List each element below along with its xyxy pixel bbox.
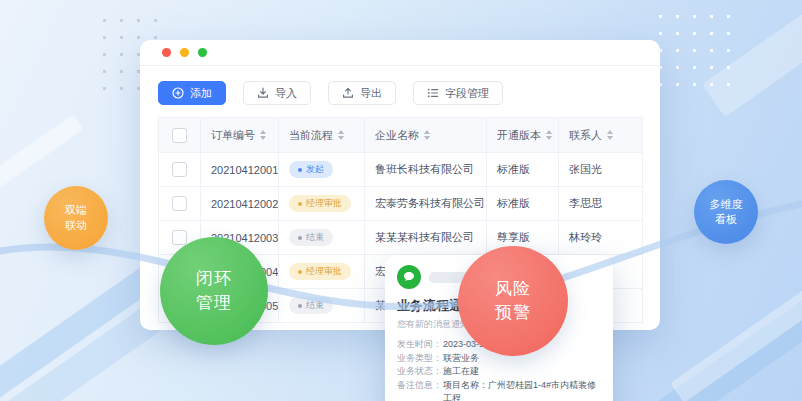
feature-bubble-dashboard: 多维度看板: [694, 180, 758, 244]
contact-cell: 张国光: [559, 153, 643, 187]
process-cell: 结束: [279, 221, 365, 255]
sort-icon[interactable]: [260, 130, 266, 140]
notification-field: 备注信息：项目名称：广州碧桂园1-4#市内精装修工程 合同名称：广州碧桂园1-4…: [397, 379, 601, 401]
field-value: 联营业务: [443, 352, 479, 366]
order-number-cell: 20210412002: [201, 187, 279, 221]
process-status-badge: 经理审批: [289, 195, 351, 212]
field-list-icon: [427, 87, 439, 99]
feature-bubble-risk-warning: 风险预警: [458, 246, 568, 356]
sort-icon[interactable]: [546, 130, 552, 140]
row-checkbox[interactable]: [172, 162, 187, 177]
feature-bubble-closed-loop: 闭环管理: [160, 237, 268, 345]
plus-circle-icon: [172, 87, 184, 99]
window-maximize-button[interactable]: [198, 48, 207, 57]
table-row: 20210412002 经理审批 宏泰劳务科技有限公司 标准版 李思思: [159, 187, 643, 221]
notification-field: 业务状态：施工在建: [397, 365, 601, 379]
company-name-cell: 宏泰劳务科技有限公司: [365, 187, 487, 221]
export-icon: [342, 87, 354, 99]
process-cell: 结束: [279, 289, 365, 323]
process-cell: 经理审批: [279, 187, 365, 221]
marketing-banner: 添加 导入 导出 字段管理: [0, 0, 802, 401]
field-label: 业务类型：: [397, 352, 443, 366]
select-all-checkbox[interactable]: [172, 128, 187, 143]
version-cell: 标准版: [487, 153, 559, 187]
contact-cell: 李思思: [559, 187, 643, 221]
row-checkbox[interactable]: [172, 230, 187, 245]
field-value: 施工在建: [443, 365, 479, 379]
feature-bubble-dual-link: 双端联动: [44, 186, 108, 250]
header-order-number[interactable]: 订单编号: [201, 118, 279, 153]
field-value: 项目名称：广州碧桂园1-4#市内精装修工程 合同名称：广州碧桂园1-4#市内精装…: [443, 379, 601, 401]
window-titlebar: [140, 40, 660, 66]
order-number-cell: 20210412001: [201, 153, 279, 187]
field-label: 发生时间：: [397, 338, 443, 352]
process-cell: 经理审批: [279, 255, 365, 289]
field-label: 业务状态：: [397, 365, 443, 379]
add-button[interactable]: 添加: [158, 81, 226, 105]
toolbar: 添加 导入 导出 字段管理: [140, 66, 660, 117]
sort-icon[interactable]: [607, 130, 613, 140]
header-company-name[interactable]: 企业名称: [365, 118, 487, 153]
sort-icon[interactable]: [338, 130, 344, 140]
process-status-badge: 发起: [289, 161, 333, 178]
process-cell: 发起: [279, 153, 365, 187]
company-name-cell: 鲁班长科技有限公司: [365, 153, 487, 187]
header-current-process[interactable]: 当前流程: [279, 118, 365, 153]
table-row: 20210412001 发起 鲁班长科技有限公司 标准版 张国光: [159, 153, 643, 187]
header-version[interactable]: 开通版本: [487, 118, 559, 153]
table-header-row: 订单编号 当前流程 企业名称 开通版本 联系人: [159, 118, 643, 153]
import-button[interactable]: 导入: [243, 81, 311, 105]
export-button[interactable]: 导出: [328, 81, 396, 105]
field-label: 备注信息：: [397, 379, 443, 401]
process-status-badge: 结束: [289, 297, 333, 314]
sort-icon[interactable]: [424, 130, 430, 140]
field-management-button[interactable]: 字段管理: [413, 81, 503, 105]
import-icon: [257, 87, 269, 99]
window-minimize-button[interactable]: [180, 48, 189, 57]
chat-app-icon: [397, 265, 421, 289]
process-status-badge: 经理审批: [289, 263, 351, 280]
contact-cell: 林玲玲: [559, 221, 643, 255]
row-checkbox[interactable]: [172, 196, 187, 211]
version-cell: 标准版: [487, 187, 559, 221]
window-close-button[interactable]: [162, 48, 171, 57]
header-contact[interactable]: 联系人: [559, 118, 643, 153]
process-status-badge: 结束: [289, 229, 333, 246]
company-name-cell: 某某某科技有限公司: [365, 221, 487, 255]
